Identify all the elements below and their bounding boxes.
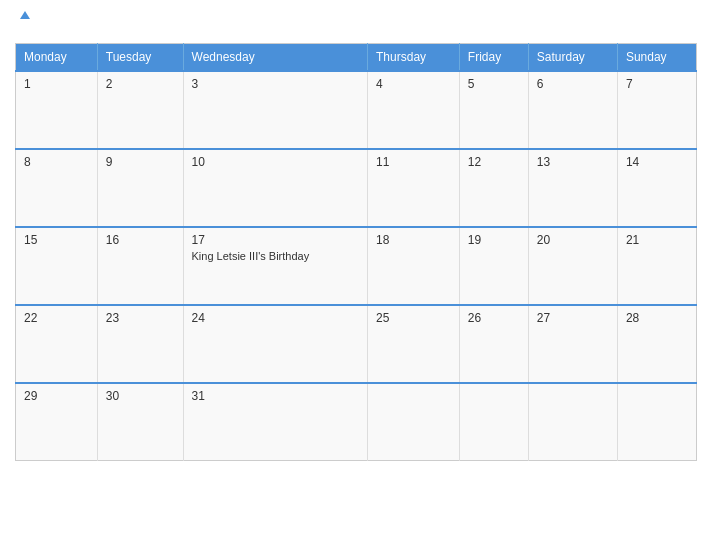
calendar-cell: 4 <box>368 71 460 149</box>
calendar-cell: 23 <box>97 305 183 383</box>
day-number: 9 <box>106 155 175 169</box>
day-number: 22 <box>24 311 89 325</box>
calendar-cell: 20 <box>528 227 617 305</box>
day-number: 17 <box>192 233 360 247</box>
calendar-cell: 14 <box>617 149 696 227</box>
calendar-cell: 10 <box>183 149 368 227</box>
calendar-cell: 21 <box>617 227 696 305</box>
weekday-header: Tuesday <box>97 43 183 71</box>
day-number: 30 <box>106 389 175 403</box>
day-number: 31 <box>192 389 360 403</box>
logo <box>15 15 34 35</box>
day-number: 7 <box>626 77 688 91</box>
calendar-cell: 8 <box>16 149 98 227</box>
calendar-table: MondayTuesdayWednesdayThursdayFridaySatu… <box>15 43 697 462</box>
logo-triangle-icon <box>20 11 30 19</box>
day-number: 21 <box>626 233 688 247</box>
day-number: 27 <box>537 311 609 325</box>
day-number: 11 <box>376 155 451 169</box>
day-number: 14 <box>626 155 688 169</box>
calendar-cell: 13 <box>528 149 617 227</box>
calendar-cell: 22 <box>16 305 98 383</box>
calendar-body: 1234567891011121314151617King Letsie III… <box>16 71 697 461</box>
day-number: 2 <box>106 77 175 91</box>
weekday-header: Monday <box>16 43 98 71</box>
calendar-cell: 29 <box>16 383 98 461</box>
day-number: 23 <box>106 311 175 325</box>
day-number: 1 <box>24 77 89 91</box>
calendar-cell: 9 <box>97 149 183 227</box>
weekday-header: Sunday <box>617 43 696 71</box>
calendar-cell: 12 <box>459 149 528 227</box>
day-number: 24 <box>192 311 360 325</box>
calendar-cell: 19 <box>459 227 528 305</box>
day-number: 16 <box>106 233 175 247</box>
day-number: 20 <box>537 233 609 247</box>
day-number: 10 <box>192 155 360 169</box>
day-number: 4 <box>376 77 451 91</box>
calendar-cell: 2 <box>97 71 183 149</box>
calendar-cell <box>528 383 617 461</box>
calendar-row: 22232425262728 <box>16 305 697 383</box>
day-number: 29 <box>24 389 89 403</box>
calendar-cell: 27 <box>528 305 617 383</box>
calendar-cell: 17King Letsie III's Birthday <box>183 227 368 305</box>
day-number: 8 <box>24 155 89 169</box>
calendar-cell: 31 <box>183 383 368 461</box>
calendar-cell: 1 <box>16 71 98 149</box>
day-number: 25 <box>376 311 451 325</box>
calendar-cell <box>368 383 460 461</box>
calendar-header <box>15 10 697 43</box>
calendar-cell: 26 <box>459 305 528 383</box>
calendar-cell: 24 <box>183 305 368 383</box>
day-number: 6 <box>537 77 609 91</box>
calendar-cell: 30 <box>97 383 183 461</box>
event-text: King Letsie III's Birthday <box>192 250 360 262</box>
calendar-cell: 11 <box>368 149 460 227</box>
weekday-header: Wednesday <box>183 43 368 71</box>
day-number: 15 <box>24 233 89 247</box>
calendar-cell: 25 <box>368 305 460 383</box>
day-number: 19 <box>468 233 520 247</box>
calendar-cell: 3 <box>183 71 368 149</box>
calendar-header-row: MondayTuesdayWednesdayThursdayFridaySatu… <box>16 43 697 71</box>
day-number: 3 <box>192 77 360 91</box>
calendar-cell: 18 <box>368 227 460 305</box>
calendar-cell: 7 <box>617 71 696 149</box>
calendar-cell: 5 <box>459 71 528 149</box>
calendar-cell: 16 <box>97 227 183 305</box>
calendar-row: 1234567 <box>16 71 697 149</box>
weekday-header: Friday <box>459 43 528 71</box>
calendar-container: MondayTuesdayWednesdayThursdayFridaySatu… <box>0 0 712 550</box>
day-number: 5 <box>468 77 520 91</box>
day-number: 26 <box>468 311 520 325</box>
calendar-cell: 15 <box>16 227 98 305</box>
calendar-row: 293031 <box>16 383 697 461</box>
calendar-cell <box>617 383 696 461</box>
day-number: 12 <box>468 155 520 169</box>
weekday-header: Thursday <box>368 43 460 71</box>
day-number: 13 <box>537 155 609 169</box>
calendar-row: 151617King Letsie III's Birthday18192021 <box>16 227 697 305</box>
day-number: 28 <box>626 311 688 325</box>
day-number: 18 <box>376 233 451 247</box>
calendar-cell: 6 <box>528 71 617 149</box>
calendar-cell <box>459 383 528 461</box>
weekday-header: Saturday <box>528 43 617 71</box>
calendar-cell: 28 <box>617 305 696 383</box>
calendar-row: 891011121314 <box>16 149 697 227</box>
